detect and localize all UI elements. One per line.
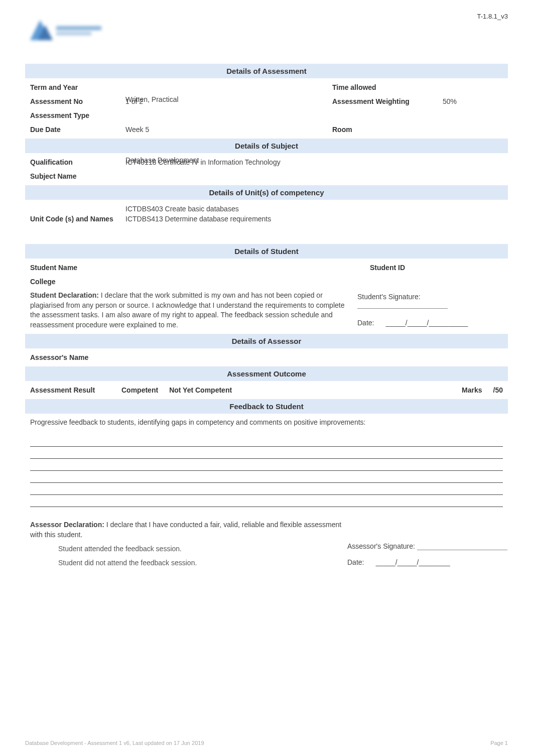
blank-line <box>30 496 503 507</box>
section-competency-header: Details of Unit(s) of competency <box>25 185 508 200</box>
footer: Database Development - Assessment 1 v6, … <box>25 740 508 746</box>
assessment-no-value: 1 of 2 Written, Practical <box>125 97 332 105</box>
section-feedback-header: Feedback to Student <box>25 399 508 414</box>
student-signature-label: Student's Signature: <box>357 293 421 301</box>
section-subject-header: Details of Subject <box>25 139 508 153</box>
assessor-date-value[interactable]: _____/_____/________ <box>376 558 450 566</box>
assessment-no-over: Written, Practical <box>125 95 179 103</box>
college-label: College <box>30 278 125 286</box>
unit-item: ICTDBS403 Create basic databases <box>125 205 503 213</box>
checkbox-icon <box>45 545 52 552</box>
row-college: College <box>25 275 508 289</box>
not-attended-label: Student did not attend the feedback sess… <box>58 559 197 567</box>
qualification-over: Database Development <box>125 156 199 164</box>
row-subject-name: Subject Name <box>25 169 508 183</box>
unit-item: ICTDBS413 Determine database requirement… <box>125 215 503 223</box>
assessor-signature-label: Assessor's Signature: <box>347 542 415 550</box>
blank-line <box>30 460 503 471</box>
assessor-date-label: Date: <box>347 558 364 566</box>
section-student-header: Details of Student <box>25 244 508 259</box>
attended-option[interactable]: Student attended the feedback session. <box>25 542 347 556</box>
assessment-type-label: Assessment Type <box>30 111 125 119</box>
feedback-intro: Progressive feedback to students, identi… <box>25 416 508 430</box>
qualification-label: Qualification <box>30 158 125 166</box>
qualification-value: ICT40118 Certificate IV in Information T… <box>125 158 503 166</box>
logo <box>25 15 105 45</box>
row-assessor-name: Assessor's Name <box>25 350 508 364</box>
subject-name-label: Subject Name <box>30 172 125 180</box>
not-attended-option[interactable]: Student did not attend the feedback sess… <box>25 556 347 570</box>
feedback-lines[interactable] <box>25 430 508 518</box>
student-declaration-block: Student Declaration: I declare that the … <box>25 289 508 332</box>
marks-label: Marks <box>462 386 482 394</box>
footer-right: Page 1 <box>490 740 508 746</box>
weighting-value: 50% <box>443 97 503 105</box>
blank-line <box>30 436 503 447</box>
room-label: Room <box>332 125 443 134</box>
unit-code-label: Unit Code (s) and Names <box>30 205 125 223</box>
section-assessor-header: Details of Assessor <box>25 334 508 348</box>
row-due-date: Due Date Week 5 Room <box>25 122 508 137</box>
svg-rect-0 <box>56 26 101 30</box>
row-assessment-no: Assessment No 1 of 2 Written, Practical … <box>25 94 508 108</box>
footer-left: Database Development - Assessment 1 v6, … <box>25 740 204 746</box>
svg-rect-1 <box>56 32 91 35</box>
row-term-year: Term and Year Time allowed <box>25 80 508 94</box>
assessor-declaration-block: Assessor Declaration: I declare that I h… <box>25 518 508 570</box>
assessor-name-label: Assessor's Name <box>30 353 125 361</box>
term-year-label: Term and Year <box>30 83 125 91</box>
section-assessment-header: Details of Assessment <box>25 64 508 78</box>
blank-line <box>30 484 503 495</box>
student-signature-line[interactable] <box>357 302 448 309</box>
row-qualification: Qualification ICT40118 Certificate IV in… <box>25 155 508 169</box>
blank-line <box>30 472 503 483</box>
checkbox-icon <box>45 559 52 566</box>
assessor-signature-line[interactable] <box>417 543 507 550</box>
student-date-label: Date: <box>357 319 374 327</box>
student-date-value[interactable]: _____/_____/__________ <box>386 319 468 327</box>
marks-total: /50 <box>493 386 503 394</box>
student-id-label: Student ID <box>332 264 443 272</box>
weighting-label: Assessment Weighting <box>332 97 443 105</box>
row-assessment-type: Assessment Type <box>25 108 508 122</box>
not-yet-competent-option[interactable]: Not Yet Competent <box>169 386 232 394</box>
due-date-value: Week 5 <box>125 125 332 134</box>
competent-option[interactable]: Competent <box>121 386 158 394</box>
student-declaration-title: Student Declaration: <box>30 291 99 299</box>
attended-label: Student attended the feedback session. <box>58 545 182 553</box>
unit-code-values: ICTDBS403 Create basic databases ICTDBS4… <box>125 205 503 223</box>
due-date-label: Due Date <box>30 125 125 134</box>
blank-line <box>30 448 503 459</box>
assessment-no-label: Assessment No <box>30 97 125 105</box>
row-outcome: Assessment Result Competent Not Yet Comp… <box>25 383 508 397</box>
student-name-label: Student Name <box>30 264 125 272</box>
assessment-result-label: Assessment Result <box>30 386 110 394</box>
row-student-name: Student Name Student ID <box>25 261 508 275</box>
header-code: T-1.8.1_v3 <box>477 13 508 20</box>
time-allowed-label: Time allowed <box>332 83 443 91</box>
assessor-declaration-title: Assessor Declaration: <box>30 521 104 529</box>
row-unit-codes: Unit Code (s) and Names ICTDBS403 Create… <box>25 202 508 242</box>
section-outcome-header: Assessment Outcome <box>25 366 508 381</box>
